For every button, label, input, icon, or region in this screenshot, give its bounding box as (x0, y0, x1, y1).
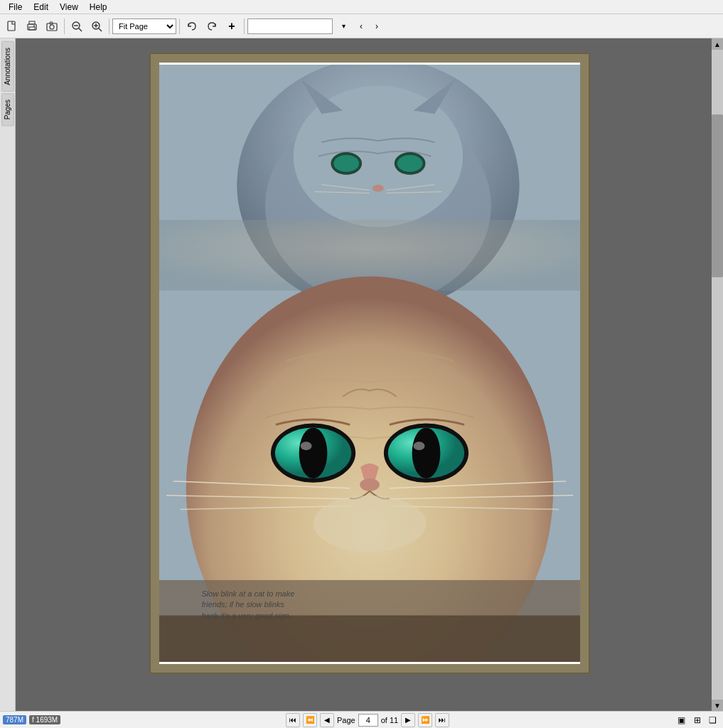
scroll-down-button[interactable]: ▼ (712, 700, 723, 711)
print-icon (26, 21, 38, 32)
svg-point-6 (50, 25, 54, 29)
last-page-button[interactable]: ⏭ (435, 713, 449, 727)
zoom-in-button[interactable] (87, 17, 106, 36)
next-page-button[interactable]: ▶ (401, 713, 415, 727)
redo-icon (206, 21, 218, 32)
view-grid-button[interactable]: ⊞ (690, 713, 705, 727)
svg-line-14 (99, 28, 102, 31)
svg-point-41 (360, 478, 380, 491)
svg-point-48 (313, 496, 426, 552)
memory-free: f 1693M (29, 715, 60, 724)
undo-button[interactable] (183, 17, 201, 36)
svg-point-26 (372, 185, 383, 192)
pages-tab[interactable]: Pages (1, 93, 14, 126)
search-next-button[interactable]: › (370, 18, 384, 34)
search-prev-button[interactable]: ‹ (354, 18, 368, 34)
page-container: Slow blink at a cat to make friends; if … (149, 53, 590, 674)
prev-page-button[interactable]: ◀ (320, 713, 334, 727)
undo-icon (186, 21, 198, 32)
menubar: File Edit View Help (0, 0, 723, 14)
menu-file[interactable]: File (3, 0, 28, 14)
zoom-out-button[interactable] (68, 17, 86, 36)
menu-help[interactable]: Help (84, 0, 113, 14)
svg-point-36 (300, 441, 311, 450)
svg-point-24 (333, 155, 359, 172)
cat-image (159, 63, 580, 664)
search-dropdown-button[interactable]: ▾ (334, 17, 353, 36)
statusbar: 787M f 1693M ⏮ ⏪ ◀ Page of 11 ▶ ⏩ ⏭ ▣ ⊞ … (0, 711, 723, 728)
search-input[interactable] (247, 18, 333, 34)
menu-edit[interactable]: Edit (28, 0, 54, 14)
content-area: Slow blink at a cat to make friends; if … (16, 38, 723, 711)
scroll-up-button[interactable]: ▲ (712, 38, 723, 50)
new-icon (6, 21, 18, 32)
print-button[interactable] (23, 17, 41, 36)
zoom-select[interactable]: Fit Page Fit Width 50% 75% 100% 125% 150… (112, 18, 176, 34)
next-next-page-button[interactable]: ⏩ (418, 713, 432, 727)
statusbar-left: 787M f 1693M (3, 715, 60, 724)
page-inner: Slow blink at a cat to make friends; if … (159, 63, 580, 664)
page-of-label: of 11 (381, 716, 398, 724)
memory-usage: 787M (3, 715, 26, 724)
page-label: Page (337, 716, 355, 724)
first-page-button[interactable]: ⏮ (286, 713, 300, 727)
annotations-tab[interactable]: Annotations (1, 41, 14, 92)
svg-point-35 (299, 427, 327, 478)
zoom-out-icon (71, 21, 82, 32)
svg-point-25 (397, 155, 422, 172)
main-layout: Annotations Pages (0, 38, 723, 711)
new-button[interactable] (3, 17, 21, 36)
plus-button[interactable]: + (223, 17, 241, 36)
redo-button[interactable] (203, 17, 221, 36)
svg-point-40 (413, 441, 424, 450)
current-page-input[interactable] (358, 714, 378, 727)
side-panel: Annotations Pages (0, 38, 16, 711)
toolbar: Fit Page Fit Width 50% 75% 100% 125% 150… (0, 14, 723, 38)
scroll-thumb[interactable] (712, 114, 723, 277)
svg-rect-50 (159, 616, 580, 663)
separator-2 (109, 18, 109, 34)
separator-3 (179, 18, 180, 34)
separator-4 (244, 18, 245, 34)
view-single-button[interactable]: ▣ (675, 713, 689, 727)
statusbar-right: ▣ ⊞ ❑ (675, 713, 720, 727)
svg-point-4 (33, 25, 35, 26)
separator-1 (64, 18, 65, 34)
scroll-track[interactable] (712, 50, 723, 700)
camera-button[interactable] (43, 17, 61, 36)
svg-line-10 (79, 28, 82, 31)
svg-rect-0 (8, 21, 15, 31)
scrollbar[interactable]: ▲ ▼ (712, 38, 723, 711)
svg-point-39 (412, 427, 440, 478)
zoom-in-icon (91, 21, 102, 32)
view-full-button[interactable]: ❑ (706, 713, 720, 727)
menu-view[interactable]: View (54, 0, 84, 14)
camera-icon (46, 21, 58, 32)
prev-prev-page-button[interactable]: ⏪ (303, 713, 317, 727)
statusbar-center: ⏮ ⏪ ◀ Page of 11 ▶ ⏩ ⏭ (286, 713, 449, 727)
page-caption: Slow blink at a cat to make friends; if … (202, 589, 301, 621)
